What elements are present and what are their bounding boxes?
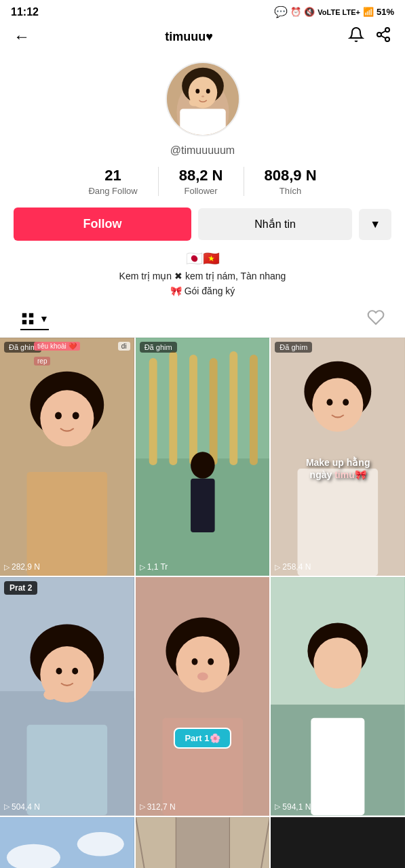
share-icon xyxy=(375,26,391,43)
video-thumbnail-7 xyxy=(0,817,134,868)
video-thumbnail-2 xyxy=(136,338,270,576)
svg-point-67 xyxy=(77,832,124,856)
signal-icon: 📶 xyxy=(363,7,374,17)
svg-rect-29 xyxy=(189,355,197,465)
svg-rect-62 xyxy=(311,718,365,815)
tabs-row: ▼ xyxy=(0,304,405,338)
video-grid: Đã ghim di ▷ 282,9 N tiêu khoài ❤️ rep Đ… xyxy=(0,338,405,868)
svg-point-22 xyxy=(73,412,79,419)
bio-subscription: 🎀 Gói đăng ký xyxy=(14,285,391,296)
video-item[interactable]: Đã ghim di ▷ 282,9 N tiêu khoài ❤️ rep xyxy=(0,338,134,576)
likes-label: Thích xyxy=(279,186,302,196)
play-icon: ▷ xyxy=(140,563,145,572)
battery-label: 51% xyxy=(377,7,394,17)
svg-point-47 xyxy=(72,668,78,675)
svg-point-48 xyxy=(43,690,57,701)
video-overlay-3: Make up hằngngày timu🎀 xyxy=(306,456,370,481)
svg-rect-15 xyxy=(29,313,33,317)
svg-rect-14 xyxy=(22,313,26,317)
svg-rect-23 xyxy=(27,472,108,576)
more-button[interactable]: ▼ xyxy=(359,209,391,240)
video-badge-3: Đã ghim xyxy=(275,342,312,353)
video-item[interactable] xyxy=(136,817,270,868)
svg-point-52 xyxy=(176,637,229,693)
profile-section: @timuuuuum 21 Đang Follow 88,2 N Followe… xyxy=(0,55,405,250)
play-icon: ▷ xyxy=(275,802,280,811)
back-button[interactable]: ← xyxy=(14,27,30,46)
svg-point-12 xyxy=(201,96,204,98)
video-thumbnail-1 xyxy=(0,338,134,576)
message-button[interactable]: Nhắn tin xyxy=(198,208,352,240)
bell-icon xyxy=(348,26,364,43)
svg-point-55 xyxy=(197,673,208,681)
play-icon: ▷ xyxy=(275,563,280,572)
stat-likes: 808,9 N Thích xyxy=(244,167,337,196)
svg-point-61 xyxy=(314,638,362,689)
play-icon: ▷ xyxy=(4,802,9,811)
subscription-icon: 🎀 xyxy=(170,285,182,296)
svg-point-33 xyxy=(191,452,215,479)
video-thumbnail-9 xyxy=(271,817,405,868)
video-views-5: ▷ 312,7 N xyxy=(140,802,176,812)
tab-grid[interactable]: ▼ xyxy=(20,311,49,330)
svg-point-11 xyxy=(206,89,210,94)
video-views-3: ▷ 258,4 N xyxy=(275,562,311,572)
video-label-small: di xyxy=(118,342,130,351)
svg-line-3 xyxy=(381,36,386,39)
video-thumbnail-8 xyxy=(136,817,270,868)
svg-rect-32 xyxy=(250,355,258,465)
video-item[interactable]: Đã ghim Make up hằngngày timu🎀 ▷ 258,4 N xyxy=(271,338,405,576)
svg-rect-77 xyxy=(271,817,405,868)
grid-icon xyxy=(20,311,35,326)
svg-rect-7 xyxy=(180,108,225,135)
video-badge-4: Prat 2 xyxy=(4,581,37,595)
svg-point-10 xyxy=(195,89,199,94)
video-badge-2: Đã ghim xyxy=(140,342,177,353)
svg-point-13 xyxy=(189,98,199,106)
view-count: 258,4 N xyxy=(282,562,311,572)
bio-text: Kem trị mụn ✖ kem trị nám, Tàn nhang xyxy=(14,271,391,281)
video-views-4: ▷ 504,4 N xyxy=(4,802,40,812)
svg-rect-17 xyxy=(29,320,33,324)
stats-row: 21 Đang Follow 88,2 N Follower 808,9 N T… xyxy=(14,166,391,197)
svg-point-20 xyxy=(40,390,94,446)
view-count: 1,1 Tr xyxy=(147,562,168,572)
top-label-2: rep xyxy=(34,357,50,366)
video-item[interactable]: Part 1🌸 ▷ 312,7 N xyxy=(136,577,270,815)
video-item[interactable]: DUY NHẤT LẦN NÀY CÔNG KHAI NGƯỜI YÊU xyxy=(271,817,405,868)
svg-rect-34 xyxy=(191,479,215,532)
tab-liked[interactable] xyxy=(367,309,385,333)
svg-point-2 xyxy=(385,37,389,41)
svg-point-54 xyxy=(208,658,214,665)
video-views-2: ▷ 1,1 Tr xyxy=(140,562,168,572)
svg-rect-16 xyxy=(22,320,26,324)
view-count: 312,7 N xyxy=(147,802,176,812)
bio-flags: 🇯🇵🇻🇳 xyxy=(14,250,391,267)
share-button[interactable] xyxy=(375,26,391,47)
alarm-icon: ⏰ xyxy=(290,7,301,17)
svg-point-37 xyxy=(313,378,364,432)
messenger-icon: 💬 xyxy=(274,5,288,18)
play-icon: ▷ xyxy=(4,563,9,572)
video-item[interactable]: Prat 2 ▷ 504,4 N xyxy=(0,577,134,815)
profile-name: timuuu♥ xyxy=(165,30,213,44)
stat-followers: 88,2 N Follower xyxy=(159,167,244,196)
svg-point-39 xyxy=(343,399,349,406)
subscription-label: Gói đăng ký xyxy=(185,285,235,296)
likes-count: 808,9 N xyxy=(265,167,317,184)
mute-icon: 🔇 xyxy=(304,7,315,17)
view-count: 282,9 N xyxy=(12,562,40,572)
video-item[interactable]: Đã ghim ▷ 1,1 Tr xyxy=(136,338,270,576)
status-icons: 💬 ⏰ 🔇 VoLTE LTE+ 📶 51% xyxy=(274,5,394,18)
video-item[interactable]: ▷ 594,1 N xyxy=(271,577,405,815)
video-views-6: ▷ 594,1 N xyxy=(275,802,311,812)
video-thumbnail-5 xyxy=(136,577,270,815)
follow-button[interactable]: Follow xyxy=(14,208,191,241)
notification-button[interactable] xyxy=(348,26,364,47)
followers-count: 88,2 N xyxy=(179,167,223,184)
svg-point-21 xyxy=(55,412,62,419)
video-item[interactable]: ▷ xyxy=(0,817,134,868)
status-time: 11:12 xyxy=(11,6,39,18)
following-count: 21 xyxy=(104,167,121,184)
svg-rect-27 xyxy=(149,358,157,465)
